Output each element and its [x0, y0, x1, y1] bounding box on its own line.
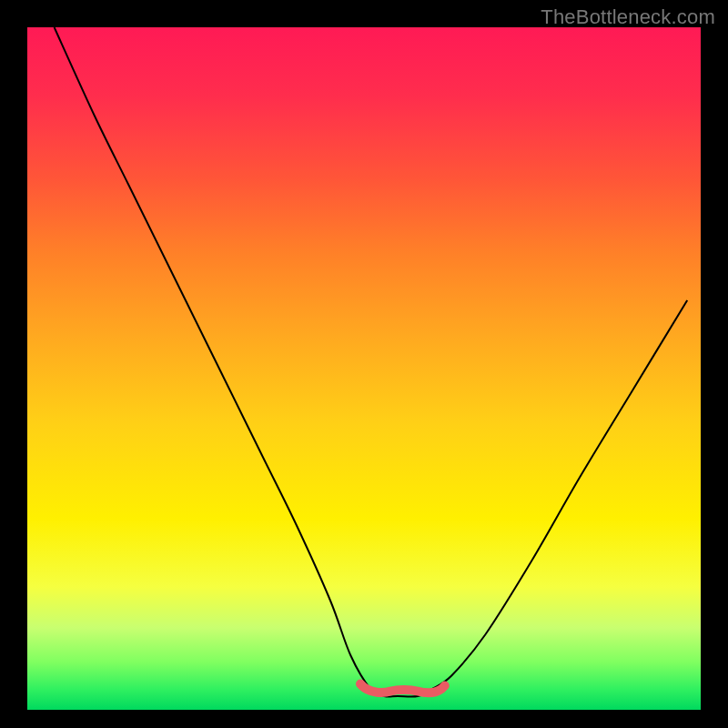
watermark-text: TheBottleneck.com	[541, 5, 715, 29]
curve-line	[55, 27, 688, 697]
bottleneck-curve	[27, 27, 701, 710]
plot-area	[27, 27, 701, 710]
chart-frame: TheBottleneck.com	[0, 0, 728, 728]
flat-bottom-marker	[360, 684, 445, 693]
